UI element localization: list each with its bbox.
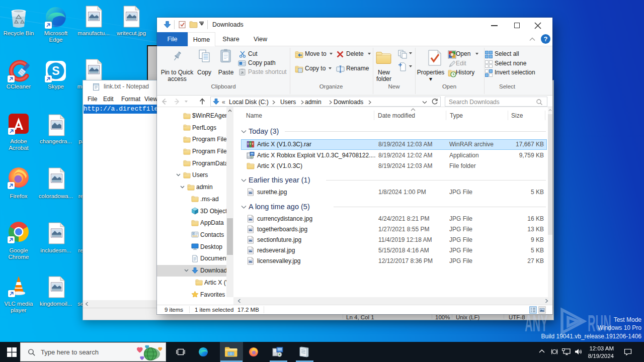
svg-text:S: S [52, 64, 59, 77]
